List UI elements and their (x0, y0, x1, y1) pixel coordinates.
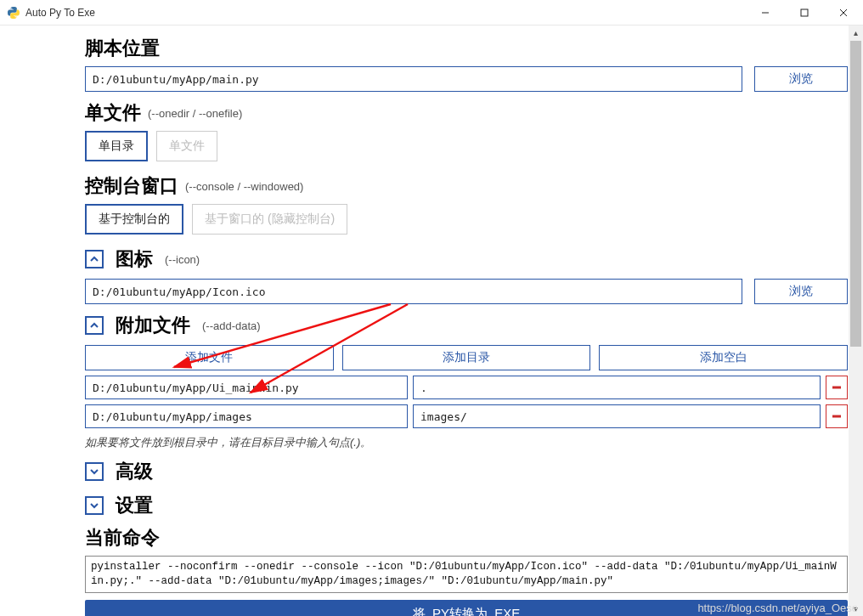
chevron-up-icon[interactable] (85, 250, 104, 268)
add-data-heading: 附加文件 (116, 313, 190, 338)
onefile-hint: (--onedir / --onefile) (148, 107, 242, 120)
onedir-option[interactable]: 单目录 (85, 131, 148, 161)
add-file-button[interactable]: 添加文件 (85, 345, 334, 370)
close-button[interactable] (824, 0, 863, 25)
add-data-note: 如果要将文件放到根目录中，请在目标目录中输入句点(.)。 (85, 435, 848, 450)
icon-heading: 图标 (116, 246, 153, 272)
icon-hint: (--icon) (165, 253, 200, 266)
advanced-heading: 高级 (116, 459, 153, 484)
titlebar: Auto Py To Exe (0, 0, 863, 25)
console-option[interactable]: 基于控制台的 (85, 204, 183, 235)
onefile-heading: 单文件 (--onedir / --onefile) (85, 100, 848, 126)
windowed-option[interactable]: 基于窗口的 (隐藏控制台) (192, 204, 347, 235)
script-path-input[interactable]: D:/01ubuntu/myApp/main.py (85, 66, 742, 92)
icon-path-input[interactable]: D:/01ubuntu/myApp/Icon.ico (85, 279, 742, 304)
remove-row-button[interactable] (826, 404, 848, 428)
icon-browse-button[interactable]: 浏览 (754, 279, 848, 304)
maximize-button[interactable] (785, 0, 824, 25)
settings-heading: 设置 (116, 493, 153, 518)
onefile-option[interactable]: 单文件 (156, 131, 217, 161)
remove-row-button[interactable] (826, 376, 848, 399)
add-data-hint: (--add-data) (202, 319, 261, 332)
add-data-dst-input[interactable]: images/ (413, 404, 821, 428)
chevron-down-icon[interactable] (85, 462, 104, 481)
console-heading: 控制台窗口 (--console / --windowed) (85, 173, 848, 199)
command-output[interactable]: pyinstaller --noconfirm --onedir --conso… (85, 556, 848, 593)
watermark: https://blog.csdn.net/ayiya_Oese (697, 602, 858, 614)
svg-rect-1 (801, 9, 808, 16)
script-browse-button[interactable]: 浏览 (754, 66, 848, 92)
add-dir-button[interactable]: 添加目录 (342, 345, 591, 370)
chevron-down-icon[interactable] (85, 496, 104, 515)
add-data-src-input[interactable]: D:/01ubuntu/myApp/images (85, 404, 408, 428)
script-location-heading: 脚本位置 (85, 36, 848, 61)
python-icon (7, 6, 20, 20)
add-data-dst-input[interactable]: . (413, 376, 821, 399)
console-hint: (--console / --windowed) (185, 180, 303, 193)
add-blank-button[interactable]: 添加空白 (599, 345, 848, 370)
command-heading: 当前命令 (85, 525, 848, 551)
window-title: Auto Py To Exe (25, 7, 95, 19)
chevron-up-icon[interactable] (85, 316, 104, 335)
minimize-button[interactable] (746, 0, 785, 25)
add-data-src-input[interactable]: D:/01ubuntu/myApp/Ui_mainWin.py (85, 376, 408, 399)
